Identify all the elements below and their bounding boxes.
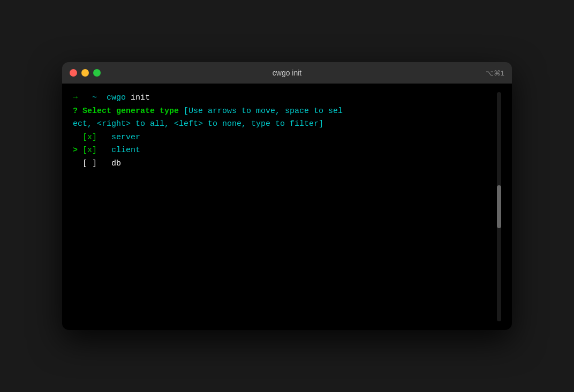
hint-text-continued: ect, <right> to all, <left> to none, typ… <box>73 118 323 131</box>
select-generate-type-label: Select generate type <box>82 105 179 118</box>
list-item: [x] server <box>73 132 495 144</box>
no-cursor-space-2 <box>73 158 82 170</box>
prompt-arrow-icon: → <box>73 92 82 104</box>
question-line: ? Select generate type [Use arrows to mo… <box>73 105 495 118</box>
minimize-button[interactable] <box>81 69 89 77</box>
item-label-db: db <box>97 158 121 170</box>
window-shortcut: ⌥⌘1 <box>486 69 504 77</box>
prompt-tilde: ~ <box>82 92 102 104</box>
window-title: cwgo init <box>273 69 301 77</box>
checkbox-server: [x] <box>82 132 97 144</box>
item-label-client: client <box>97 145 140 157</box>
scrollbar[interactable] <box>497 92 501 321</box>
terminal-body: → ~ cwgo init ? Select generate type [Us… <box>62 84 512 330</box>
prompt-cwgo: cwgo <box>102 92 131 104</box>
item-label-server: server <box>97 132 140 144</box>
maximize-button[interactable] <box>93 69 101 77</box>
prompt-command: init <box>131 92 150 104</box>
hint-text: [Use arrows to move, space to sel <box>179 105 343 118</box>
terminal-window: cwgo init ⌥⌘1 → ~ cwgo init ? Select gen… <box>62 62 512 330</box>
traffic-lights <box>70 69 101 77</box>
question-mark-icon: ? <box>73 105 82 118</box>
checkbox-db: [ ] <box>82 158 97 170</box>
list-item: > [x] client <box>73 145 495 157</box>
prompt-line: → ~ cwgo init <box>73 92 495 104</box>
terminal-content: → ~ cwgo init ? Select generate type [Us… <box>73 92 495 321</box>
scrollbar-thumb[interactable] <box>497 185 501 228</box>
titlebar: cwgo init ⌥⌘1 <box>62 62 512 84</box>
close-button[interactable] <box>70 69 77 77</box>
cursor-arrow-icon: > <box>73 145 82 157</box>
checkbox-client: [x] <box>82 145 97 157</box>
no-cursor-space <box>73 132 82 144</box>
hint-line-2: ect, <right> to all, <left> to none, typ… <box>73 118 495 131</box>
list-item: [ ] db <box>73 158 495 170</box>
